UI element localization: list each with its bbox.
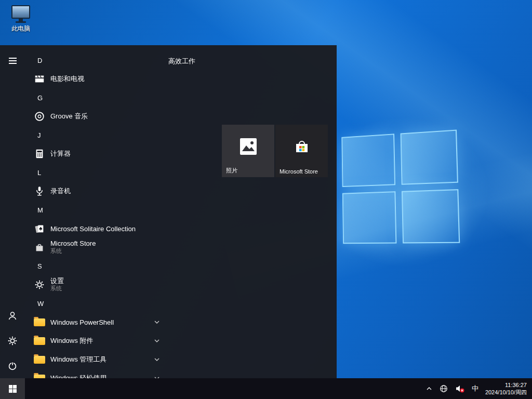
gear-icon — [7, 335, 18, 347]
clock[interactable]: 11:36:27 2024/10/10/周四 — [482, 378, 532, 399]
volume-muted-icon — [455, 384, 464, 393]
app-item-label: 录音机 — [50, 187, 71, 196]
start-button[interactable] — [0, 378, 25, 399]
desktop: 此电脑 — [0, 0, 532, 399]
clock-date: 2024/10/10/周四 — [485, 389, 527, 396]
section-letter-j[interactable]: J — [25, 126, 165, 144]
user-icon — [6, 310, 19, 322]
store-icon — [293, 138, 311, 157]
folder-item-windows-accessories[interactable]: Windows 附件 — [25, 331, 165, 350]
section-letter-d[interactable]: D — [25, 51, 165, 70]
windows-logo-pane — [401, 130, 458, 185]
chevron-down-icon — [154, 320, 160, 324]
windows-logo-wallpaper — [341, 130, 460, 244]
power-icon — [7, 360, 18, 371]
folder-icon — [33, 335, 46, 347]
app-item-label: Microsoft Solitaire Collection — [50, 225, 136, 233]
section-letter-l[interactable]: L — [25, 163, 165, 182]
folder-icon — [33, 353, 46, 366]
app-item-groove-music[interactable]: Groove 音乐 — [25, 107, 165, 126]
settings-button[interactable] — [0, 328, 25, 353]
section-letter-s[interactable]: S — [25, 257, 165, 275]
app-item-sublabel: 系统 — [50, 285, 64, 292]
expand-menu-button[interactable] — [0, 48, 25, 73]
voice-recorder-icon — [33, 185, 46, 197]
tile-group-title[interactable]: 高效工作 — [168, 57, 195, 66]
windows-logo-pane — [341, 134, 395, 187]
app-item-calculator[interactable]: 计算器 — [25, 144, 165, 163]
chevron-down-icon — [154, 339, 160, 343]
network-tray-button[interactable] — [436, 378, 451, 399]
desktop-icon-this-pc[interactable]: 此电脑 — [6, 5, 35, 33]
section-letter-w[interactable]: W — [25, 294, 165, 313]
system-tray: 中 11:36:27 2024/10/10/周四 — [422, 378, 532, 399]
tile-photos[interactable]: 照片 — [222, 125, 274, 177]
movies-tv-icon — [33, 73, 46, 85]
tile-label: 照片 — [226, 167, 237, 175]
folder-item-windows-ease-of-access[interactable]: Windows 轻松使用 — [25, 369, 165, 378]
user-account-button[interactable] — [0, 303, 25, 328]
show-hidden-icons-button[interactable] — [422, 378, 436, 399]
settings-gear-icon — [33, 278, 46, 291]
this-pc-icon — [6, 5, 35, 23]
ime-indicator[interactable]: 中 — [468, 378, 482, 399]
app-item-label: 设置 — [50, 277, 64, 285]
folder-item-label: Windows PowerShell — [50, 318, 114, 326]
folder-icon — [33, 372, 46, 378]
hamburger-icon — [9, 58, 17, 64]
app-item-voice-recorder[interactable]: 录音机 — [25, 182, 165, 201]
windows-logo-pane — [342, 191, 397, 244]
folder-item-windows-admin-tools[interactable]: Windows 管理工具 — [25, 350, 165, 369]
section-letter-g[interactable]: G — [25, 88, 165, 107]
tile-label: Microsoft Store — [280, 168, 318, 175]
windows-logo-pane — [402, 189, 460, 243]
network-globe-icon — [440, 384, 448, 393]
app-item-settings[interactable]: 设置 系统 — [25, 275, 165, 294]
app-item-movies-tv[interactable]: 电影和电视 — [25, 70, 165, 88]
start-menu: D 电影和电视 G — [0, 45, 337, 378]
windows-logo-icon — [9, 385, 17, 393]
taskbar: 中 11:36:27 2024/10/10/周四 — [0, 378, 532, 399]
app-item-solitaire[interactable]: Microsoft Solitaire Collection — [25, 219, 165, 238]
chevron-up-icon — [426, 387, 432, 391]
folder-icon — [33, 316, 46, 328]
app-item-label: 计算器 — [50, 149, 71, 158]
solitaire-icon — [33, 222, 46, 235]
desktop-icon-label: 此电脑 — [6, 24, 35, 33]
clock-time: 11:36:27 — [485, 381, 527, 389]
tile-microsoft-store[interactable]: Microsoft Store — [275, 125, 328, 177]
app-item-microsoft-store[interactable]: Microsoft Store 系统 — [25, 238, 165, 257]
section-letter-m[interactable]: M — [25, 201, 165, 219]
groove-music-icon — [33, 110, 46, 123]
folder-item-label: Windows 附件 — [50, 336, 93, 345]
app-list: D 电影和电视 G — [25, 51, 165, 378]
app-item-label: Microsoft Store — [50, 240, 96, 248]
app-item-label: 电影和电视 — [50, 74, 84, 84]
folder-item-label: Windows 管理工具 — [50, 355, 107, 364]
chevron-down-icon — [154, 357, 160, 362]
start-menu-rail — [0, 45, 25, 378]
app-item-label: Groove 音乐 — [50, 112, 88, 121]
power-button[interactable] — [0, 353, 25, 378]
store-icon — [33, 241, 46, 254]
folder-item-label: Windows 轻松使用 — [50, 374, 107, 378]
app-item-sublabel: 系统 — [50, 248, 96, 255]
folder-item-windows-powershell[interactable]: Windows PowerShell — [25, 313, 165, 331]
photos-icon — [239, 137, 258, 158]
calculator-icon — [33, 148, 46, 160]
volume-tray-button[interactable] — [451, 378, 468, 399]
